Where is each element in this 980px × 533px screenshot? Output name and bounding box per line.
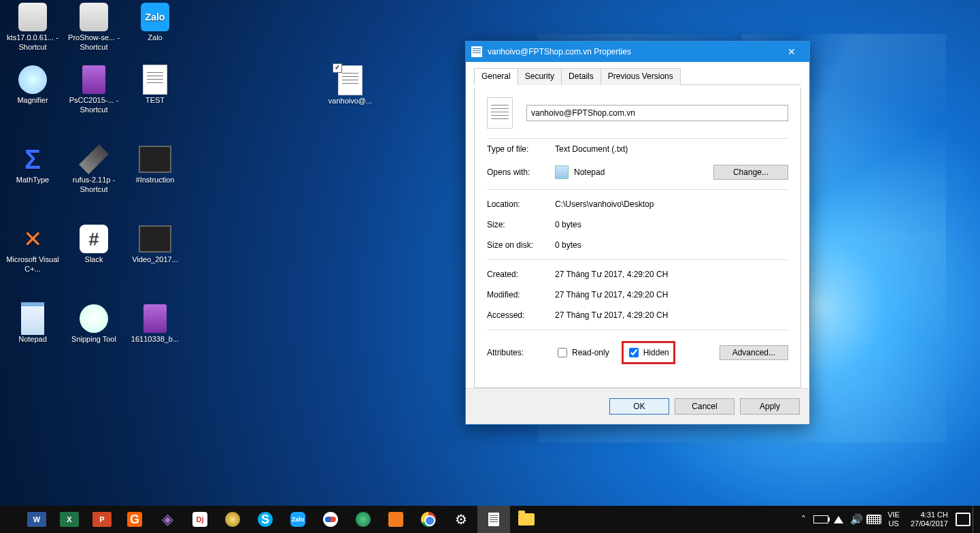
taskbar-explorer[interactable] bbox=[510, 506, 543, 533]
tab-details[interactable]: Details bbox=[561, 68, 601, 85]
close-button[interactable]: ✕ bbox=[777, 42, 807, 62]
keyboard-icon bbox=[866, 515, 881, 524]
attributes-label: Attributes: bbox=[487, 348, 555, 357]
chrome-icon bbox=[421, 512, 436, 527]
zalo-icon: Zalo bbox=[290, 512, 305, 527]
clock-date: 27/04/2017 bbox=[911, 519, 948, 528]
desktop-icon-proshow[interactable]: ProShow-se... - Shortcut bbox=[63, 0, 124, 59]
change-button[interactable]: Change... bbox=[713, 165, 788, 180]
tray-volume[interactable]: 🔊 bbox=[848, 506, 864, 533]
desktop-icon-slack[interactable]: #Slack bbox=[63, 222, 124, 281]
word-icon: W bbox=[27, 512, 46, 527]
cancel-button[interactable]: Cancel bbox=[675, 398, 734, 415]
taskbar-zalo[interactable]: Zalo bbox=[282, 506, 314, 533]
created-label: Created: bbox=[487, 270, 555, 279]
battery-icon bbox=[813, 515, 828, 523]
tab-general[interactable]: General bbox=[474, 68, 518, 85]
show-desktop-button[interactable] bbox=[973, 506, 977, 533]
readonly-checkbox[interactable] bbox=[558, 348, 567, 357]
visual-c-icon: ✕ bbox=[23, 225, 42, 253]
selection-checkbox-icon: ✓ bbox=[333, 63, 342, 73]
ok-button[interactable]: OK bbox=[609, 398, 669, 415]
tab-security[interactable]: Security bbox=[518, 68, 562, 85]
notepad-icon bbox=[21, 302, 44, 335]
usb-icon bbox=[79, 144, 109, 174]
taskbar-dj[interactable]: Dj bbox=[184, 506, 216, 533]
document-icon bbox=[488, 513, 499, 526]
dialog-tabs: General Security Details Previous Versio… bbox=[474, 67, 801, 85]
desktop-icon-rufus[interactable]: rufus-2.11p - Shortcut bbox=[63, 142, 124, 201]
desktop-icon-vanhoivo-file[interactable]: ✓ vanhoivo@... bbox=[320, 65, 381, 123]
desktop-icon-zalo[interactable]: ZaloZalo bbox=[124, 0, 186, 59]
hidden-checkbox[interactable] bbox=[629, 348, 639, 357]
magnifier-icon bbox=[18, 65, 47, 94]
location-value: C:\Users\vanhoivo\Desktop bbox=[555, 199, 788, 209]
taskbar-powerpoint[interactable]: P bbox=[86, 506, 118, 533]
clock-time: 4:31 CH bbox=[921, 511, 948, 519]
desktop-icon-mathtype[interactable]: ΣMathType bbox=[2, 142, 63, 201]
opens-with-value: Notepad bbox=[574, 167, 605, 177]
taskbar: W X P G ◈ Dj S Zalo ⚙ ˄ 🔊 VIE US bbox=[0, 506, 980, 533]
tray-overflow[interactable]: ˄ bbox=[795, 506, 811, 533]
desktop-icon-16110338[interactable]: 16110338_b... bbox=[124, 302, 186, 361]
taskbar-excel[interactable]: X bbox=[53, 506, 86, 533]
dialog-title: vanhoivo@FPTShop.com.vn Properties bbox=[488, 47, 777, 56]
taskbar-idm[interactable] bbox=[216, 506, 249, 533]
opens-with-label: Opens with: bbox=[487, 167, 555, 177]
text-file-icon bbox=[143, 65, 167, 95]
green-app-icon bbox=[356, 512, 371, 527]
desktop-icon-notepad[interactable]: Notepad bbox=[2, 302, 63, 361]
taskbar-settings[interactable]: ⚙ bbox=[445, 506, 477, 533]
chevron-up-icon: ˄ bbox=[801, 514, 806, 525]
desktop-icon-kts[interactable]: kts17.0.0.61... - Shortcut bbox=[2, 0, 63, 59]
taskbar-skype[interactable]: S bbox=[249, 506, 282, 533]
taskbar-teamviewer[interactable] bbox=[314, 506, 347, 533]
accessed-label: Accessed: bbox=[487, 310, 555, 320]
desktop[interactable]: kts17.0.0.61... - Shortcut ProShow-se...… bbox=[0, 0, 980, 533]
skype-icon: S bbox=[258, 512, 273, 527]
taskbar-word[interactable]: W bbox=[20, 506, 53, 533]
dialog-titlebar[interactable]: vanhoivo@FPTShop.com.vn Properties ✕ bbox=[466, 42, 809, 62]
readonly-label: Read-only bbox=[572, 348, 609, 357]
taskbar-orange[interactable] bbox=[379, 506, 412, 533]
slack-icon: # bbox=[80, 225, 108, 253]
accessed-value: 27 Tháng Tư 2017, 4:29:20 CH bbox=[555, 310, 788, 320]
tray-keyboard[interactable] bbox=[866, 506, 882, 533]
taskbar-visualstudio[interactable]: ◈ bbox=[151, 506, 184, 533]
desktop-icon-msvc[interactable]: ✕Microsoft Visual C+... bbox=[2, 222, 63, 281]
tray-clock[interactable]: 4:31 CH 27/04/2017 bbox=[905, 511, 953, 528]
advanced-button[interactable]: Advanced... bbox=[720, 345, 788, 360]
notepad-icon bbox=[555, 165, 569, 179]
desktop-icon-snippingtool[interactable]: Snipping Tool bbox=[63, 302, 124, 361]
desktop-icons-grid: kts17.0.0.61... - Shortcut ProShow-se...… bbox=[2, 0, 186, 361]
desktop-icon-test[interactable]: TEST bbox=[124, 63, 186, 122]
sigma-icon: Σ bbox=[24, 144, 41, 175]
taskbar-notepad-active[interactable] bbox=[477, 506, 510, 533]
hidden-checkbox-wrap[interactable]: Hidden bbox=[626, 346, 669, 359]
orange-app-icon bbox=[388, 512, 403, 527]
hidden-highlight: Hidden bbox=[622, 341, 675, 364]
type-label: Type of file: bbox=[487, 144, 555, 154]
taskbar-g[interactable]: G bbox=[118, 506, 151, 533]
desktop-icon-magnifier[interactable]: Magnifier bbox=[2, 63, 63, 122]
size-label: Size: bbox=[487, 220, 555, 229]
tray-language[interactable]: VIE US bbox=[883, 511, 904, 528]
size-on-disk-value: 0 bytes bbox=[555, 240, 788, 250]
tray-notifications[interactable] bbox=[955, 506, 971, 533]
taskbar-dtk[interactable] bbox=[347, 506, 379, 533]
powerpoint-icon: P bbox=[92, 512, 112, 527]
tab-previous-versions[interactable]: Previous Versions bbox=[601, 68, 681, 85]
tray-wifi[interactable] bbox=[830, 506, 847, 533]
desktop-icon-pscc[interactable]: PsCC2015-... - Shortcut bbox=[63, 63, 124, 122]
filename-input[interactable] bbox=[526, 105, 788, 121]
readonly-checkbox-wrap[interactable]: Read-only bbox=[555, 346, 609, 359]
type-value: Text Document (.txt) bbox=[555, 144, 788, 154]
gear-icon: ⚙ bbox=[455, 511, 467, 528]
desktop-icon-video2017[interactable]: Video_2017... bbox=[124, 222, 186, 281]
tray-battery[interactable] bbox=[813, 506, 829, 533]
desktop-icon-instruction[interactable]: #Instruction bbox=[124, 142, 186, 201]
size-value: 0 bytes bbox=[555, 220, 788, 229]
taskbar-chrome[interactable] bbox=[412, 506, 445, 533]
notification-icon bbox=[956, 513, 970, 526]
apply-button[interactable]: Apply bbox=[740, 398, 800, 415]
